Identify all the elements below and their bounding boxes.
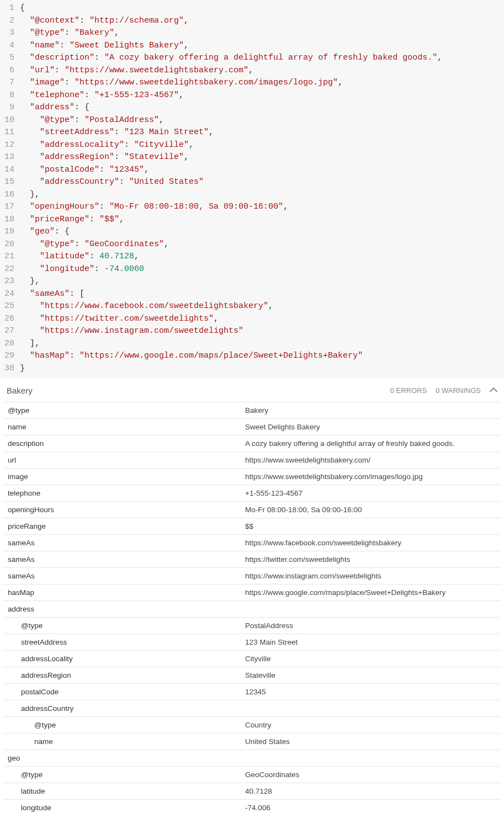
table-row: postalCode12345 bbox=[3, 684, 501, 700]
code-content: "@type": "GeoCoordinates", bbox=[20, 238, 504, 251]
code-line[interactable]: 29 "hasMap": "https://www.google.com/map… bbox=[0, 350, 504, 363]
code-content: "hasMap": "https://www.google.com/maps/p… bbox=[20, 350, 504, 363]
code-line[interactable]: 8 "telephone": "+1-555-123-4567", bbox=[0, 89, 504, 102]
code-editor[interactable]: 1{2 "@context": "http://schema.org",3 "@… bbox=[0, 0, 504, 378]
code-line[interactable]: 4 "name": "Sweet Delights Bakery", bbox=[0, 40, 504, 52]
code-content: "addressLocality": "Cityville", bbox=[20, 139, 504, 152]
table-row: addressLocalityCityville bbox=[3, 651, 501, 667]
line-number: 11 bbox=[0, 126, 20, 139]
line-number: 10 bbox=[0, 114, 20, 127]
table-row: hasMaphttps://www.google.com/maps/place/… bbox=[3, 584, 501, 601]
prop-key: @type bbox=[3, 402, 241, 419]
code-content: "sameAs": [ bbox=[20, 288, 504, 301]
code-line[interactable]: 24 "sameAs": [ bbox=[0, 288, 504, 301]
code-line[interactable]: 28 ], bbox=[0, 338, 504, 350]
prop-key: name bbox=[3, 419, 241, 435]
prop-value: Mo-Fr 08:00-18:00, Sa 09:00-16:00 bbox=[241, 502, 501, 518]
code-content: "addressRegion": "Stateville", bbox=[20, 151, 504, 164]
code-line[interactable]: 26 "https://twitter.com/sweetdelights", bbox=[0, 313, 504, 326]
table-row: openingHoursMo-Fr 08:00-18:00, Sa 09:00-… bbox=[3, 502, 501, 518]
summary-bar[interactable]: Bakery 0 ERRORS 0 WARNINGS bbox=[0, 378, 504, 402]
errors-count: 0 ERRORS bbox=[390, 386, 427, 395]
properties-table: @typeBakerynameSweet Delights Bakerydesc… bbox=[3, 402, 501, 813]
line-number: 9 bbox=[0, 102, 20, 114]
code-content: "openingHours": "Mo-Fr 08:00-18:00, Sa 0… bbox=[20, 201, 504, 214]
code-content: ], bbox=[20, 338, 504, 350]
code-line[interactable]: 27 "https://www.instagram.com/sweetdelig… bbox=[0, 325, 504, 338]
code-line[interactable]: 3 "@type": "Bakery", bbox=[0, 27, 504, 40]
code-content: "streetAddress": "123 Main Street", bbox=[20, 126, 504, 139]
code-line[interactable]: 10 "@type": "PostalAddress", bbox=[0, 114, 504, 127]
code-line[interactable]: 7 "image": "https://www.sweetdelightsbak… bbox=[0, 77, 504, 89]
code-line[interactable]: 15 "addressCountry": "United States" bbox=[0, 176, 504, 189]
code-line[interactable]: 21 "latitude": 40.7128, bbox=[0, 251, 504, 263]
table-row: urlhttps://www.sweetdelightsbakery.com/ bbox=[3, 452, 501, 469]
table-row: streetAddress123 Main Street bbox=[3, 634, 501, 651]
code-content: "priceRange": "$$", bbox=[20, 214, 504, 226]
code-line[interactable]: 25 "https://www.facebook.com/sweetdeligh… bbox=[0, 300, 504, 313]
prop-value: https://www.sweetdelightsbakery.com/ bbox=[241, 452, 501, 469]
code-line[interactable]: 14 "postalCode": "12345", bbox=[0, 164, 504, 177]
code-line[interactable]: 16 }, bbox=[0, 189, 504, 201]
code-line[interactable]: 18 "priceRange": "$$", bbox=[0, 214, 504, 226]
code-content: } bbox=[20, 363, 504, 375]
table-row: addressCountry bbox=[3, 700, 501, 717]
code-content: "https://twitter.com/sweetdelights", bbox=[20, 313, 504, 326]
prop-key: geo bbox=[3, 750, 241, 767]
line-number: 16 bbox=[0, 189, 20, 201]
prop-value: https://www.sweetdelightsbakery.com/imag… bbox=[241, 469, 501, 485]
prop-value: https://www.instagram.com/sweetdelights bbox=[241, 568, 501, 584]
code-line[interactable]: 17 "openingHours": "Mo-Fr 08:00-18:00, S… bbox=[0, 201, 504, 214]
code-line[interactable]: 9 "address": { bbox=[0, 102, 504, 114]
code-line[interactable]: 12 "addressLocality": "Cityville", bbox=[0, 139, 504, 152]
table-row: descriptionA cozy bakery offering a deli… bbox=[3, 435, 501, 452]
line-number: 12 bbox=[0, 139, 20, 152]
prop-value bbox=[241, 700, 501, 717]
prop-key: longitude bbox=[3, 800, 241, 814]
code-content: }, bbox=[20, 189, 504, 201]
prop-value: https://www.google.com/maps/place/Sweet+… bbox=[241, 584, 501, 601]
code-line[interactable]: 11 "streetAddress": "123 Main Street", bbox=[0, 126, 504, 139]
code-line[interactable]: 19 "geo": { bbox=[0, 226, 504, 238]
line-number: 13 bbox=[0, 151, 20, 164]
line-number: 3 bbox=[0, 27, 20, 40]
code-line[interactable]: 6 "url": "https://www.sweetdelightsbaker… bbox=[0, 65, 504, 77]
code-line[interactable]: 30} bbox=[0, 363, 504, 375]
table-row: telephone+1-555-123-4567 bbox=[3, 485, 501, 502]
prop-value: 12345 bbox=[241, 684, 501, 700]
prop-key: sameAs bbox=[3, 535, 241, 551]
line-number: 27 bbox=[0, 325, 20, 338]
prop-key: telephone bbox=[3, 485, 241, 502]
table-row: nameUnited States bbox=[3, 734, 501, 750]
prop-value: United States bbox=[241, 734, 501, 750]
line-number: 26 bbox=[0, 313, 20, 326]
prop-key: latitude bbox=[3, 783, 241, 800]
code-line[interactable]: 13 "addressRegion": "Stateville", bbox=[0, 151, 504, 164]
code-line[interactable]: 20 "@type": "GeoCoordinates", bbox=[0, 238, 504, 251]
code-line[interactable]: 2 "@context": "http://schema.org", bbox=[0, 15, 504, 28]
code-line[interactable]: 23 }, bbox=[0, 275, 504, 288]
table-row: @typeBakery bbox=[3, 402, 501, 419]
line-number: 1 bbox=[0, 2, 20, 15]
code-content: "@type": "Bakery", bbox=[20, 27, 504, 40]
prop-key: name bbox=[3, 734, 241, 750]
line-number: 15 bbox=[0, 176, 20, 189]
code-content: "name": "Sweet Delights Bakery", bbox=[20, 40, 504, 52]
code-line[interactable]: 22 "longitude": -74.0060 bbox=[0, 263, 504, 276]
prop-value: https://twitter.com/sweetdelights bbox=[241, 551, 501, 568]
line-number: 23 bbox=[0, 275, 20, 288]
table-row: latitude40.7128 bbox=[3, 783, 501, 800]
line-number: 2 bbox=[0, 15, 20, 28]
code-line[interactable]: 5 "description": "A cozy bakery offering… bbox=[0, 52, 504, 65]
chevron-up-icon[interactable] bbox=[490, 387, 497, 395]
prop-value: Country bbox=[241, 717, 501, 734]
table-row: @typePostalAddress bbox=[3, 618, 501, 634]
code-content: "longitude": -74.0060 bbox=[20, 263, 504, 276]
line-number: 17 bbox=[0, 201, 20, 214]
code-content: "https://www.facebook.com/sweetdelightsb… bbox=[20, 300, 504, 313]
code-line[interactable]: 1{ bbox=[0, 2, 504, 15]
prop-key: @type bbox=[3, 717, 241, 734]
prop-value: A cozy bakery offering a delightful arra… bbox=[241, 435, 501, 452]
prop-value: https://www.facebook.com/sweetdelightsba… bbox=[241, 535, 501, 551]
code-content: "@context": "http://schema.org", bbox=[20, 15, 504, 28]
